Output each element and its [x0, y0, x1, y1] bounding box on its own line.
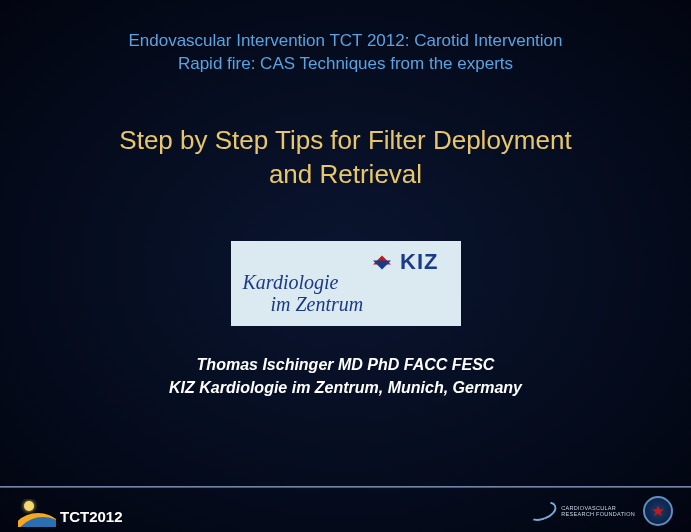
wave-icon	[18, 499, 56, 527]
sun-icon	[24, 501, 34, 511]
author-affiliation: KIZ Kardiologie im Zentrum, Munich, Germ…	[0, 377, 691, 399]
slide-title: Step by Step Tips for Filter Deployment …	[0, 76, 691, 192]
tct-logo: TCT2012	[18, 499, 123, 527]
tct-year: TCT2012	[60, 508, 123, 525]
slide: Endovascular Intervention TCT 2012: Caro…	[0, 0, 691, 532]
kiz-word1: Kardiologie	[243, 271, 339, 294]
session-line1: Endovascular Intervention TCT 2012: Caro…	[0, 30, 691, 53]
swoosh-icon	[527, 500, 553, 522]
kiz-word2: im Zentrum	[271, 293, 364, 316]
title-line2: and Retrieval	[0, 158, 691, 192]
footer-divider	[0, 486, 691, 488]
author-name: Thomas Ischinger MD PhD FACC FESC	[0, 354, 691, 376]
kiz-abbrev: KIZ	[400, 249, 438, 275]
crf-line2: RESEARCH FOUNDATION	[561, 511, 635, 517]
crf-seal-icon	[643, 496, 673, 526]
title-line1: Step by Step Tips for Filter Deployment	[0, 124, 691, 158]
kiz-star-icon	[373, 253, 391, 271]
kiz-logo: KIZ Kardiologie im Zentrum	[231, 241, 461, 326]
crf-logo: CARDIOVASCULAR RESEARCH FOUNDATION	[527, 496, 673, 526]
footer: TCT2012 CARDIOVASCULAR RESEARCH FOUNDATI…	[0, 486, 691, 532]
session-line2: Rapid fire: CAS Techniques from the expe…	[0, 53, 691, 76]
session-header: Endovascular Intervention TCT 2012: Caro…	[0, 0, 691, 76]
crf-text: CARDIOVASCULAR RESEARCH FOUNDATION	[561, 505, 635, 517]
author-block: Thomas Ischinger MD PhD FACC FESC KIZ Ka…	[0, 326, 691, 399]
